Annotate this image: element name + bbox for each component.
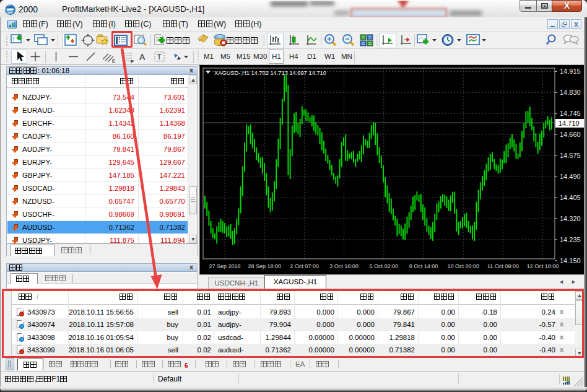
svg-text:14.575: 14.575 [560,152,581,159]
svg-text:14.710: 14.710 [559,120,580,127]
svg-text:11 Oct 09:00: 11 Oct 09:00 [487,263,519,269]
svg-text:14.745: 14.745 [560,110,581,117]
svg-text:E: E [112,58,116,64]
svg-text:14.660: 14.660 [560,131,581,138]
svg-text:14.150: 14.150 [560,257,581,264]
svg-text:14.405: 14.405 [560,194,581,201]
svg-text:2 Oct 07:00: 2 Oct 07:00 [290,263,319,269]
svg-text:14.830: 14.830 [560,89,581,96]
svg-text:F: F [131,59,134,64]
svg-text:28 Sep 18:00: 28 Sep 18:00 [248,263,281,269]
svg-text:XAGUSD-,H1 14.702 14.713 14.6: XAGUSD-,H1 14.702 14.713 14.697 14.710 [214,70,326,76]
svg-text:5 Oct 02:00: 5 Oct 02:00 [370,263,399,269]
svg-text:27 Sep 2018: 27 Sep 2018 [209,263,240,269]
svg-text:14.490: 14.490 [560,173,581,180]
svg-text:10 Oct 00:00: 10 Oct 00:00 [447,263,479,269]
svg-text:14.915: 14.915 [560,68,581,75]
svg-text:3 Oct 16:00: 3 Oct 16:00 [329,263,359,269]
svg-text:14.320: 14.320 [560,215,581,222]
svg-text:8 Oct 14:00: 8 Oct 14:00 [409,263,438,269]
svg-text:12 Oct 18:00: 12 Oct 18:00 [527,263,559,269]
svg-text:14.235: 14.235 [560,236,581,243]
svg-text:T: T [157,53,162,61]
svg-text:A: A [139,52,146,62]
